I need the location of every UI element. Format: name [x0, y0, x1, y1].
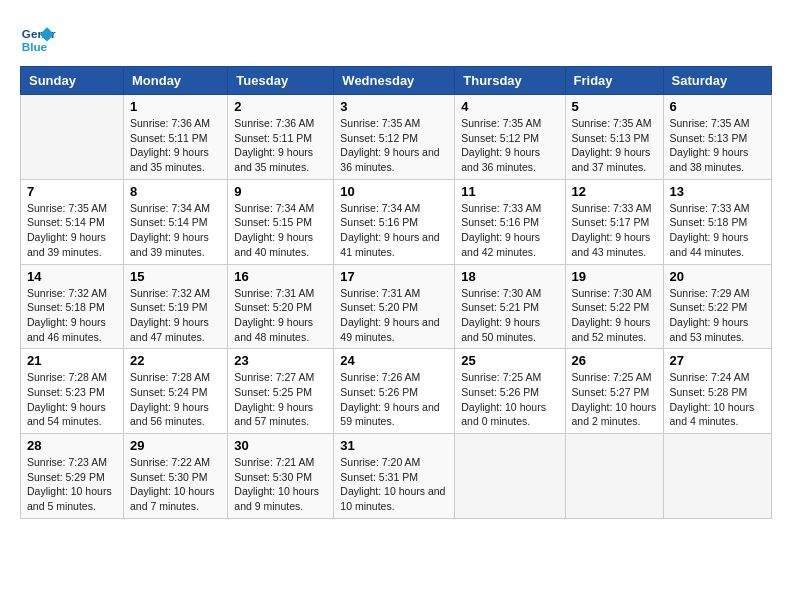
day-number: 22 — [130, 353, 221, 368]
day-cell: 17Sunrise: 7:31 AMSunset: 5:20 PMDayligh… — [334, 264, 455, 349]
day-cell: 27Sunrise: 7:24 AMSunset: 5:28 PMDayligh… — [663, 349, 772, 434]
logo-icon: General Blue — [20, 20, 56, 56]
day-cell: 26Sunrise: 7:25 AMSunset: 5:27 PMDayligh… — [565, 349, 663, 434]
day-cell: 14Sunrise: 7:32 AMSunset: 5:18 PMDayligh… — [21, 264, 124, 349]
week-row-3: 14Sunrise: 7:32 AMSunset: 5:18 PMDayligh… — [21, 264, 772, 349]
day-number: 17 — [340, 269, 448, 284]
header-cell-wednesday: Wednesday — [334, 67, 455, 95]
day-cell: 4Sunrise: 7:35 AMSunset: 5:12 PMDaylight… — [455, 95, 565, 180]
day-info: Sunrise: 7:29 AMSunset: 5:22 PMDaylight:… — [670, 286, 766, 345]
day-number: 1 — [130, 99, 221, 114]
day-cell: 12Sunrise: 7:33 AMSunset: 5:17 PMDayligh… — [565, 179, 663, 264]
day-cell: 24Sunrise: 7:26 AMSunset: 5:26 PMDayligh… — [334, 349, 455, 434]
day-number: 3 — [340, 99, 448, 114]
day-info: Sunrise: 7:21 AMSunset: 5:30 PMDaylight:… — [234, 455, 327, 514]
day-cell: 25Sunrise: 7:25 AMSunset: 5:26 PMDayligh… — [455, 349, 565, 434]
day-number: 26 — [572, 353, 657, 368]
day-number: 16 — [234, 269, 327, 284]
day-info: Sunrise: 7:24 AMSunset: 5:28 PMDaylight:… — [670, 370, 766, 429]
day-cell: 5Sunrise: 7:35 AMSunset: 5:13 PMDaylight… — [565, 95, 663, 180]
week-row-2: 7Sunrise: 7:35 AMSunset: 5:14 PMDaylight… — [21, 179, 772, 264]
day-number: 10 — [340, 184, 448, 199]
day-info: Sunrise: 7:30 AMSunset: 5:21 PMDaylight:… — [461, 286, 558, 345]
day-info: Sunrise: 7:36 AMSunset: 5:11 PMDaylight:… — [130, 116, 221, 175]
header-cell-saturday: Saturday — [663, 67, 772, 95]
day-number: 2 — [234, 99, 327, 114]
day-number: 9 — [234, 184, 327, 199]
day-cell: 28Sunrise: 7:23 AMSunset: 5:29 PMDayligh… — [21, 434, 124, 519]
day-cell: 29Sunrise: 7:22 AMSunset: 5:30 PMDayligh… — [123, 434, 227, 519]
week-row-4: 21Sunrise: 7:28 AMSunset: 5:23 PMDayligh… — [21, 349, 772, 434]
day-info: Sunrise: 7:32 AMSunset: 5:19 PMDaylight:… — [130, 286, 221, 345]
week-row-5: 28Sunrise: 7:23 AMSunset: 5:29 PMDayligh… — [21, 434, 772, 519]
day-cell: 18Sunrise: 7:30 AMSunset: 5:21 PMDayligh… — [455, 264, 565, 349]
day-number: 29 — [130, 438, 221, 453]
day-info: Sunrise: 7:36 AMSunset: 5:11 PMDaylight:… — [234, 116, 327, 175]
day-number: 6 — [670, 99, 766, 114]
day-number: 30 — [234, 438, 327, 453]
day-info: Sunrise: 7:31 AMSunset: 5:20 PMDaylight:… — [340, 286, 448, 345]
day-cell — [663, 434, 772, 519]
day-info: Sunrise: 7:25 AMSunset: 5:26 PMDaylight:… — [461, 370, 558, 429]
day-number: 8 — [130, 184, 221, 199]
day-info: Sunrise: 7:34 AMSunset: 5:15 PMDaylight:… — [234, 201, 327, 260]
day-cell: 31Sunrise: 7:20 AMSunset: 5:31 PMDayligh… — [334, 434, 455, 519]
header-cell-monday: Monday — [123, 67, 227, 95]
day-cell — [21, 95, 124, 180]
day-cell: 21Sunrise: 7:28 AMSunset: 5:23 PMDayligh… — [21, 349, 124, 434]
day-info: Sunrise: 7:34 AMSunset: 5:14 PMDaylight:… — [130, 201, 221, 260]
day-cell: 20Sunrise: 7:29 AMSunset: 5:22 PMDayligh… — [663, 264, 772, 349]
day-cell: 10Sunrise: 7:34 AMSunset: 5:16 PMDayligh… — [334, 179, 455, 264]
day-number: 15 — [130, 269, 221, 284]
day-number: 20 — [670, 269, 766, 284]
day-number: 12 — [572, 184, 657, 199]
week-row-1: 1Sunrise: 7:36 AMSunset: 5:11 PMDaylight… — [21, 95, 772, 180]
day-number: 11 — [461, 184, 558, 199]
day-number: 18 — [461, 269, 558, 284]
day-number: 19 — [572, 269, 657, 284]
day-number: 7 — [27, 184, 117, 199]
day-cell: 2Sunrise: 7:36 AMSunset: 5:11 PMDaylight… — [228, 95, 334, 180]
calendar-body: 1Sunrise: 7:36 AMSunset: 5:11 PMDaylight… — [21, 95, 772, 519]
day-info: Sunrise: 7:32 AMSunset: 5:18 PMDaylight:… — [27, 286, 117, 345]
day-number: 5 — [572, 99, 657, 114]
day-cell: 30Sunrise: 7:21 AMSunset: 5:30 PMDayligh… — [228, 434, 334, 519]
day-info: Sunrise: 7:35 AMSunset: 5:13 PMDaylight:… — [572, 116, 657, 175]
day-number: 27 — [670, 353, 766, 368]
day-cell — [455, 434, 565, 519]
day-cell: 15Sunrise: 7:32 AMSunset: 5:19 PMDayligh… — [123, 264, 227, 349]
day-info: Sunrise: 7:35 AMSunset: 5:14 PMDaylight:… — [27, 201, 117, 260]
day-cell: 1Sunrise: 7:36 AMSunset: 5:11 PMDaylight… — [123, 95, 227, 180]
day-cell: 13Sunrise: 7:33 AMSunset: 5:18 PMDayligh… — [663, 179, 772, 264]
day-cell — [565, 434, 663, 519]
day-info: Sunrise: 7:26 AMSunset: 5:26 PMDaylight:… — [340, 370, 448, 429]
day-cell: 16Sunrise: 7:31 AMSunset: 5:20 PMDayligh… — [228, 264, 334, 349]
day-info: Sunrise: 7:22 AMSunset: 5:30 PMDaylight:… — [130, 455, 221, 514]
day-cell: 19Sunrise: 7:30 AMSunset: 5:22 PMDayligh… — [565, 264, 663, 349]
day-number: 21 — [27, 353, 117, 368]
svg-text:Blue: Blue — [22, 40, 48, 53]
day-number: 13 — [670, 184, 766, 199]
day-info: Sunrise: 7:27 AMSunset: 5:25 PMDaylight:… — [234, 370, 327, 429]
day-cell: 9Sunrise: 7:34 AMSunset: 5:15 PMDaylight… — [228, 179, 334, 264]
day-number: 14 — [27, 269, 117, 284]
day-info: Sunrise: 7:20 AMSunset: 5:31 PMDaylight:… — [340, 455, 448, 514]
day-cell: 6Sunrise: 7:35 AMSunset: 5:13 PMDaylight… — [663, 95, 772, 180]
day-info: Sunrise: 7:35 AMSunset: 5:12 PMDaylight:… — [340, 116, 448, 175]
day-info: Sunrise: 7:35 AMSunset: 5:13 PMDaylight:… — [670, 116, 766, 175]
day-info: Sunrise: 7:33 AMSunset: 5:16 PMDaylight:… — [461, 201, 558, 260]
day-cell: 8Sunrise: 7:34 AMSunset: 5:14 PMDaylight… — [123, 179, 227, 264]
day-number: 25 — [461, 353, 558, 368]
day-info: Sunrise: 7:35 AMSunset: 5:12 PMDaylight:… — [461, 116, 558, 175]
logo: General Blue — [20, 20, 60, 56]
header-cell-sunday: Sunday — [21, 67, 124, 95]
day-info: Sunrise: 7:33 AMSunset: 5:17 PMDaylight:… — [572, 201, 657, 260]
day-info: Sunrise: 7:33 AMSunset: 5:18 PMDaylight:… — [670, 201, 766, 260]
header-cell-thursday: Thursday — [455, 67, 565, 95]
header-cell-friday: Friday — [565, 67, 663, 95]
day-info: Sunrise: 7:30 AMSunset: 5:22 PMDaylight:… — [572, 286, 657, 345]
day-info: Sunrise: 7:25 AMSunset: 5:27 PMDaylight:… — [572, 370, 657, 429]
day-number: 23 — [234, 353, 327, 368]
day-number: 31 — [340, 438, 448, 453]
day-info: Sunrise: 7:31 AMSunset: 5:20 PMDaylight:… — [234, 286, 327, 345]
